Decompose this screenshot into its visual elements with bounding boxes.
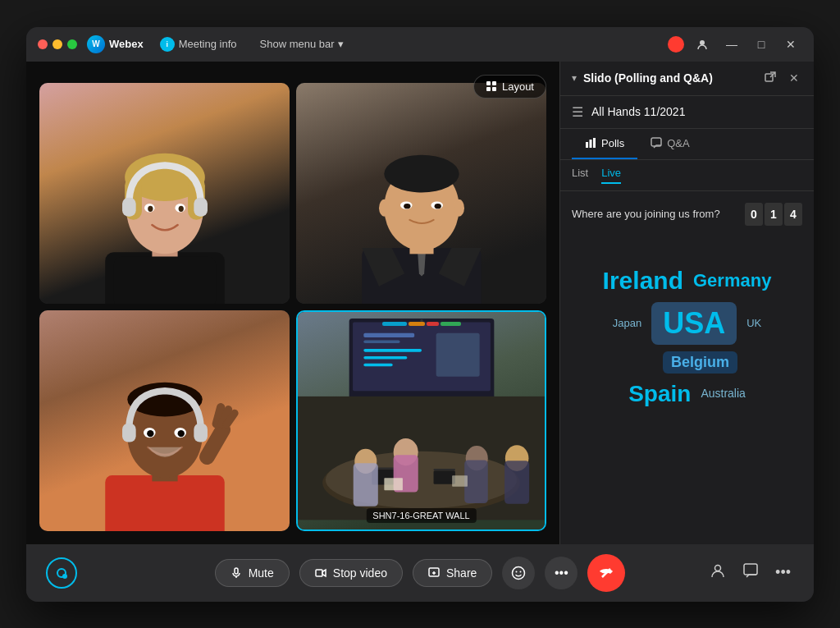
svg-rect-64 [354, 463, 378, 507]
meeting-info-button[interactable]: i Meeting info [153, 34, 244, 55]
svg-point-28 [404, 204, 410, 209]
close-panel-icon[interactable]: ✕ [786, 70, 802, 86]
emoji-button[interactable] [502, 557, 535, 589]
participant-icon-btn[interactable] [691, 33, 714, 56]
video-grid: SHN7-16-GREAT WALL [39, 75, 546, 531]
show-menu-label: Show menu bar [260, 38, 335, 50]
subtab-live[interactable]: Live [601, 167, 621, 184]
chevron-down-icon: ▾ [338, 38, 344, 50]
svg-rect-18 [113, 256, 216, 303]
svg-rect-71 [384, 478, 403, 490]
slido-subtabs: List Live [560, 160, 814, 191]
vote-counter: 0 1 4 [745, 203, 802, 226]
svg-rect-37 [194, 424, 208, 442]
collapse-icon[interactable]: ▾ [572, 72, 577, 84]
stop-video-label: Stop video [333, 566, 387, 580]
title-bar: W Webex i Meeting info Show menu bar ▾ —… [26, 27, 814, 62]
svg-rect-53 [436, 332, 479, 376]
record-indicator [668, 36, 684, 53]
svg-rect-70 [504, 461, 529, 504]
svg-rect-16 [122, 198, 136, 217]
poll-question: Where are you joining us from? 0 1 4 [572, 203, 802, 226]
word-japan: Japan [613, 317, 641, 330]
chat-icon-btn[interactable] [739, 559, 762, 586]
app-window: W Webex i Meeting info Show menu bar ▾ —… [26, 27, 814, 602]
mute-button[interactable]: Mute [215, 559, 290, 587]
participants-icon-btn[interactable] [706, 559, 729, 586]
video-feed-2 [296, 83, 546, 304]
svg-point-82 [513, 566, 525, 579]
layout-button[interactable]: Layout [473, 75, 546, 99]
minimize-window-btn[interactable]: — [720, 33, 743, 56]
window-controls [38, 39, 77, 49]
svg-rect-2 [492, 81, 496, 85]
svg-point-31 [454, 199, 463, 217]
restore-window-btn[interactable]: □ [750, 33, 773, 56]
svg-rect-52 [363, 363, 392, 366]
word-cloud: Ireland Germany Japan USA UK Belgium Spa… [572, 239, 802, 436]
svg-point-40 [147, 430, 153, 437]
webex-logo: W Webex [87, 35, 144, 53]
minimize-button[interactable] [52, 39, 62, 49]
slido-panel: ▾ Slido (Polling and Q&A) ✕ ☰ All Hands … [559, 62, 814, 544]
screen-content-bar [382, 322, 461, 326]
slido-tabs: Polls Q&A [560, 129, 814, 160]
svg-point-0 [700, 40, 705, 45]
svg-rect-4 [492, 87, 496, 91]
video-label-4: SHN7-16-GREAT WALL [366, 508, 476, 523]
mute-label: Mute [249, 566, 274, 580]
webex-label: Webex [109, 38, 144, 50]
stop-video-button[interactable]: Stop video [299, 559, 403, 587]
svg-rect-50 [363, 349, 422, 352]
slido-title-row: ▾ Slido (Polling and Q&A) [572, 71, 713, 85]
svg-rect-75 [590, 140, 592, 148]
svg-rect-61 [434, 470, 455, 484]
vote-digit-2: 4 [784, 203, 802, 226]
svg-point-41 [177, 430, 184, 437]
svg-rect-87 [744, 564, 757, 575]
word-australia: Australia [701, 387, 745, 401]
word-germany: Germany [693, 270, 771, 291]
hamburger-icon[interactable]: ☰ [572, 104, 583, 120]
meeting-info-label: Meeting info [179, 38, 237, 50]
more-icon-btn[interactable]: ••• [772, 561, 794, 584]
subtab-list[interactable]: List [572, 167, 588, 184]
tab-polls[interactable]: Polls [572, 129, 637, 159]
slido-title: Slido (Polling and Q&A) [583, 71, 713, 85]
share-label: Share [446, 566, 477, 580]
share-button[interactable]: Share [413, 559, 492, 587]
webex-status-indicator [46, 557, 77, 589]
pop-out-icon[interactable] [761, 70, 779, 87]
close-button[interactable] [38, 39, 48, 49]
svg-point-84 [520, 571, 522, 572]
svg-rect-36 [122, 424, 136, 442]
svg-rect-32 [105, 475, 224, 531]
svg-rect-17 [194, 198, 208, 217]
more-options-button[interactable]: ••• [545, 557, 578, 589]
svg-rect-49 [363, 340, 399, 343]
show-menu-bar-button[interactable]: Show menu bar ▾ [253, 34, 350, 53]
svg-rect-68 [464, 461, 488, 504]
word-uk: UK [746, 317, 761, 330]
tab-qa[interactable]: Q&A [637, 129, 702, 159]
meeting-info-icon: i [160, 37, 175, 52]
bottom-right: ••• [706, 559, 794, 586]
poll-question-text: Where are you joining us from? [572, 208, 745, 220]
end-call-button[interactable] [587, 554, 625, 592]
slido-header: ▾ Slido (Polling and Q&A) ✕ [560, 62, 814, 96]
word-cloud-row-1: Ireland Germany [603, 266, 772, 296]
word-cloud-row-2: Japan USA UK [613, 302, 762, 344]
slido-header-actions: ✕ [761, 70, 802, 87]
svg-rect-78 [235, 568, 238, 574]
word-usa: USA [651, 302, 737, 344]
svg-point-15 [178, 206, 183, 212]
video-cell-3 [39, 310, 290, 531]
tab-qa-label: Q&A [667, 137, 689, 149]
maximize-button[interactable] [67, 39, 77, 49]
svg-rect-72 [452, 475, 468, 487]
slido-event-title: All Hands 11/2021 [591, 105, 685, 118]
svg-point-86 [715, 566, 721, 571]
svg-rect-62 [434, 469, 455, 470]
video-area: Layout [26, 62, 559, 544]
close-window-btn[interactable]: ✕ [779, 33, 802, 56]
